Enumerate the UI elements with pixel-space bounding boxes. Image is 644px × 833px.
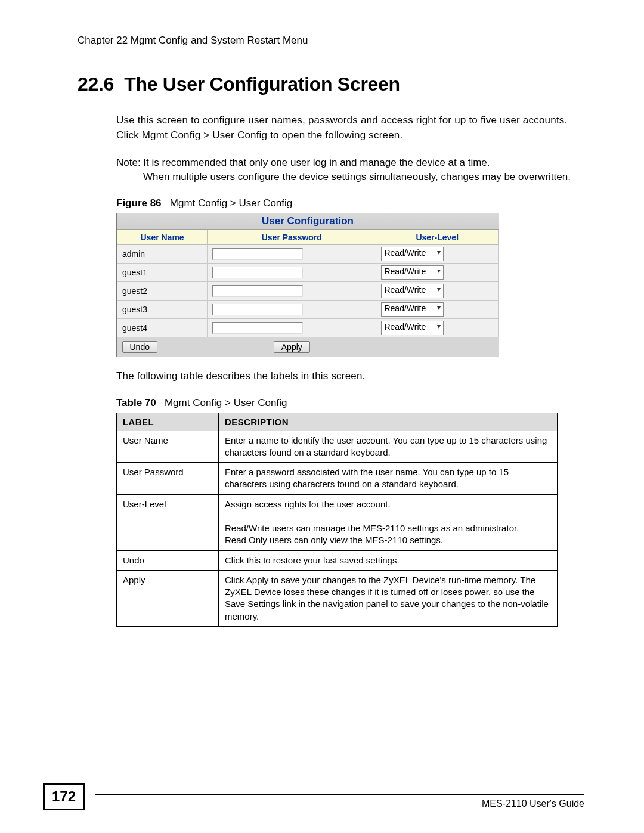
post-figure-text: The following table describes the labels… <box>116 369 584 384</box>
label-cell: Apply <box>117 570 219 626</box>
label-cell: User-Level <box>117 494 219 550</box>
th-description: DESCRIPTION <box>219 413 558 431</box>
label-cell: User Name <box>117 431 219 463</box>
desc-cell: Click Apply to save your changes to the … <box>219 570 558 626</box>
footer-guide: MES-2110 User's Guide <box>95 794 584 809</box>
col-user-name: User Name <box>117 230 208 244</box>
user-config-figure: User Configuration User Name User Passwo… <box>116 213 499 357</box>
user-name-cell: guest4 <box>117 318 208 337</box>
label-description-table: LABEL DESCRIPTION User Name Enter a name… <box>116 413 558 627</box>
user-name-cell: guest2 <box>117 281 208 300</box>
ui-footer-row: Undo Apply <box>117 337 499 357</box>
table-row: guest4 Read/Write <box>117 318 499 337</box>
ui-title: User Configuration <box>117 213 499 230</box>
user-level-select[interactable]: Read/Write <box>381 321 444 335</box>
user-level-select[interactable]: Read/Write <box>381 302 444 317</box>
table-caption: Table 70 Mgmt Config > User Config <box>116 397 584 409</box>
intro-paragraph: Use this screen to configure user names,… <box>116 113 584 143</box>
user-level-select[interactable]: Read/Write <box>381 247 444 261</box>
table-label: Table 70 <box>116 397 156 408</box>
table-row: User Password Enter a password associate… <box>117 463 558 495</box>
desc-cell: Enter a password associated with the use… <box>219 463 558 495</box>
page-number: 172 <box>43 783 85 810</box>
section-number: 22.6 <box>78 73 114 95</box>
apply-button[interactable]: Apply <box>274 341 310 353</box>
th-label: LABEL <box>117 413 219 431</box>
user-name-cell: guest1 <box>117 263 208 281</box>
table-row: guest1 Read/Write <box>117 263 499 281</box>
table-row: admin Read/Write <box>117 244 499 263</box>
section-title-text: The User Configuration Screen <box>124 73 400 95</box>
desc-cell: Assign access rights for the user accoun… <box>219 494 558 550</box>
section-title: 22.6 The User Configuration Screen <box>78 73 584 95</box>
password-input[interactable] <box>212 267 303 278</box>
chapter-header: Chapter 22 Mgmt Config and System Restar… <box>78 35 584 49</box>
table-row: guest3 Read/Write <box>117 300 499 318</box>
password-input[interactable] <box>212 285 303 297</box>
figure-label: Figure 86 <box>116 197 162 209</box>
user-level-select[interactable]: Read/Write <box>381 284 444 298</box>
col-user-password: User Password <box>208 230 376 244</box>
label-cell: User Password <box>117 463 219 495</box>
note-continuation: When multiple users configure the device… <box>116 170 584 184</box>
user-name-cell: admin <box>117 244 208 263</box>
label-cell: Undo <box>117 550 219 570</box>
password-input[interactable] <box>212 322 303 334</box>
col-user-level: User-Level <box>376 230 499 244</box>
desc-cell: Click this to restore your last saved se… <box>219 550 558 570</box>
table-row: guest2 Read/Write <box>117 281 499 300</box>
user-level-select[interactable]: Read/Write <box>381 265 444 280</box>
table-row: User Name Enter a name to identify the u… <box>117 431 558 463</box>
figure-caption: Figure 86 Mgmt Config > User Config <box>116 197 584 209</box>
password-input[interactable] <box>212 248 303 260</box>
figure-caption-text: Mgmt Config > User Config <box>170 197 293 209</box>
password-input[interactable] <box>212 304 303 315</box>
table-caption-text: Mgmt Config > User Config <box>165 397 287 408</box>
undo-button[interactable]: Undo <box>122 341 157 353</box>
desc-cell: Enter a name to identify the user accoun… <box>219 431 558 463</box>
note-lead: Note: It is recommended that only one us… <box>116 156 584 170</box>
note-block: Note: It is recommended that only one us… <box>116 156 584 184</box>
user-name-cell: guest3 <box>117 300 208 318</box>
table-row: Apply Click Apply to save your changes t… <box>117 570 558 626</box>
page-footer: 172 MES-2110 User's Guide <box>60 794 584 809</box>
table-row: Undo Click this to restore your last sav… <box>117 550 558 570</box>
table-row: User-Level Assign access rights for the … <box>117 494 558 550</box>
user-config-table: User Name User Password User-Level admin… <box>117 230 499 357</box>
